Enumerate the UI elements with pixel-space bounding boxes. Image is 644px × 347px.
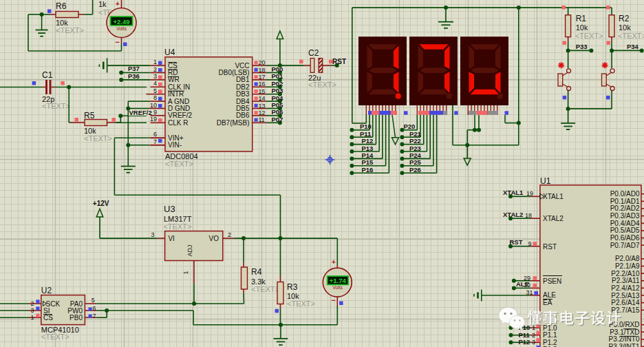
svg-text:P06: P06	[272, 108, 283, 116]
svg-text:P3.1/TXD: P3.1/TXD	[610, 328, 639, 336]
svg-text:2: 2	[532, 332, 535, 339]
svg-text:4: 4	[153, 80, 157, 87]
svg-text:DB6: DB6	[236, 112, 250, 119]
svg-text:18: 18	[259, 67, 266, 74]
svg-text:P0.6/AD6: P0.6/AD6	[610, 234, 640, 242]
svg-text:9: 9	[153, 109, 157, 116]
svg-text:DB1: DB1	[236, 76, 250, 83]
svg-text:P34: P34	[627, 43, 639, 50]
svg-text:P2.6/A14: P2.6/A14	[611, 299, 640, 306]
svg-text:5: 5	[92, 297, 95, 304]
svg-text:7: 7	[153, 138, 157, 145]
svg-text:P07: P07	[272, 116, 283, 123]
svg-text:PSEN: PSEN	[543, 277, 561, 285]
svg-text:INTR: INTR	[168, 90, 184, 98]
svg-text:XTAL2: XTAL2	[543, 215, 564, 222]
svg-text:P2.3/A11: P2.3/A11	[612, 277, 640, 284]
svg-text:P2.2/A10: P2.2/A10	[611, 270, 640, 277]
svg-text:2: 2	[30, 300, 34, 307]
svg-text:VCC: VCC	[235, 62, 249, 70]
svg-text:RST: RST	[543, 243, 557, 251]
svg-text:P1.2: P1.2	[543, 339, 557, 346]
svg-text:<TEXT>: <TEXT>	[42, 102, 70, 110]
svg-text:P13: P13	[362, 145, 374, 152]
svg-text:1: 1	[182, 271, 189, 274]
svg-text:P05: P05	[272, 101, 284, 109]
svg-text:Volts: Volts	[332, 285, 343, 290]
svg-text:P11: P11	[519, 331, 530, 339]
svg-text:20: 20	[259, 59, 266, 66]
svg-text:U4: U4	[164, 48, 175, 57]
svg-text:10k: 10k	[619, 23, 631, 32]
svg-text:RD: RD	[168, 69, 178, 76]
svg-text:12: 12	[259, 109, 266, 116]
svg-text:<TEXT>: <TEXT>	[618, 32, 644, 40]
svg-text:14: 14	[259, 95, 266, 102]
svg-text:ADJ: ADJ	[186, 244, 193, 256]
svg-text:VREF/2: VREF/2	[129, 109, 152, 116]
svg-text:C2: C2	[308, 48, 319, 58]
svg-text:P03: P03	[272, 87, 283, 94]
svg-text:R1: R1	[576, 14, 587, 23]
svg-text:<TEXT>: <TEXT>	[84, 134, 112, 143]
svg-text:R6: R6	[56, 1, 67, 11]
svg-text:PB0: PB0	[69, 314, 83, 322]
svg-text:3: 3	[30, 307, 34, 314]
svg-text:P16: P16	[362, 166, 374, 174]
svg-text:P25: P25	[409, 158, 422, 166]
svg-text:P3.2/INT0: P3.2/INT0	[608, 335, 639, 343]
svg-text:13: 13	[259, 103, 266, 109]
svg-text:1: 1	[30, 314, 34, 321]
svg-text:P20: P20	[404, 123, 416, 130]
svg-text:P2.4/A12: P2.4/A12	[611, 284, 640, 292]
svg-text:CLK R: CLK R	[168, 119, 188, 127]
svg-text:5: 5	[153, 87, 157, 94]
svg-text:P11: P11	[360, 130, 372, 138]
svg-text:VIN-: VIN-	[168, 141, 182, 149]
svg-text:<TEXT>: <TEXT>	[308, 81, 336, 89]
svg-text:9: 9	[528, 240, 531, 247]
svg-text:<TEXT>: <TEXT>	[575, 32, 603, 40]
svg-text:P24: P24	[409, 151, 422, 159]
svg-text:P02: P02	[272, 80, 283, 87]
svg-text:EA: EA	[543, 299, 552, 306]
svg-text:P00: P00	[272, 65, 283, 73]
svg-text:R5: R5	[84, 111, 95, 120]
svg-text:1: 1	[153, 59, 157, 65]
svg-text:P01: P01	[272, 72, 284, 80]
svg-text:P3.3/INT1: P3.3/INT1	[608, 343, 639, 347]
svg-text:P0.5/AD5: P0.5/AD5	[610, 227, 640, 234]
svg-text:VI: VI	[168, 235, 174, 242]
svg-text:2: 2	[153, 66, 157, 73]
svg-text:30: 30	[524, 282, 530, 288]
svg-text:R2: R2	[619, 14, 630, 23]
svg-text:P0.2/AD2: P0.2/AD2	[610, 204, 640, 212]
svg-text:XTAL1: XTAL1	[503, 189, 524, 196]
svg-text:P2.1/A9: P2.1/A9	[615, 262, 640, 270]
svg-text:−: −	[332, 296, 336, 304]
svg-text:−: −	[116, 38, 120, 46]
svg-text:P3.0/RXD: P3.0/RXD	[609, 321, 639, 328]
svg-text:R4: R4	[251, 267, 262, 277]
svg-text:VO: VO	[209, 235, 219, 242]
svg-text:19: 19	[526, 190, 533, 197]
svg-text:P22: P22	[409, 137, 421, 145]
svg-text:P33: P33	[576, 43, 588, 50]
svg-text:C1: C1	[42, 70, 53, 80]
svg-text:<TEXT>: <TEXT>	[165, 160, 193, 168]
svg-text:19: 19	[150, 116, 157, 123]
svg-text:<TEXT>: <TEXT>	[163, 222, 191, 231]
svg-text:P2.0/A8: P2.0/A8	[615, 255, 640, 262]
svg-text:<TEXT>: <TEXT>	[287, 299, 315, 308]
svg-text:P2.5/A13: P2.5/A13	[611, 292, 640, 299]
svg-text:P0.7/AD7: P0.7/AD7	[610, 242, 640, 249]
svg-text:P15: P15	[362, 158, 374, 166]
svg-text:ALE: ALE	[543, 291, 556, 299]
svg-text:P1.1: P1.1	[543, 331, 557, 339]
svg-text:P36: P36	[128, 72, 140, 80]
svg-text:P0.1/AD1: P0.1/AD1	[610, 198, 640, 205]
svg-text:DB5: DB5	[236, 105, 250, 112]
svg-text:CS: CS	[168, 62, 178, 70]
svg-text:VREF/2: VREF/2	[168, 112, 192, 119]
svg-text:P21: P21	[409, 130, 422, 138]
